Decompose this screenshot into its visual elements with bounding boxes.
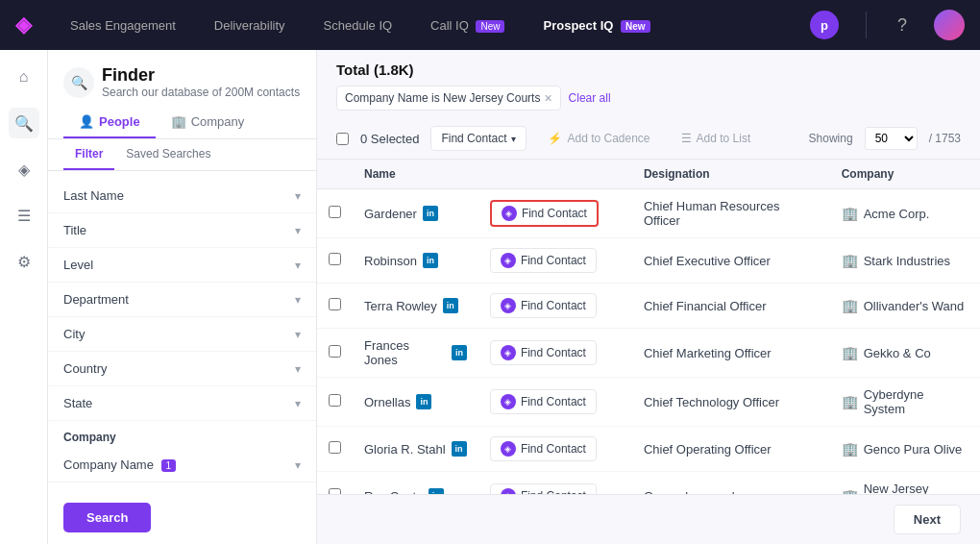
row-checkbox-3[interactable] — [329, 345, 341, 358]
clear-all-btn[interactable]: Clear all — [569, 91, 611, 105]
find-contact-btn[interactable]: ◈ Find Contact — [490, 293, 597, 318]
row-name-cell: Frances Jones in — [353, 329, 478, 378]
filter-company-name[interactable]: Company Name 1 ▾ — [48, 448, 316, 482]
chevron-down-icon: ▾ — [295, 224, 301, 237]
find-contact-btn[interactable]: ◈ Find Contact — [490, 200, 599, 227]
chevron-down-icon: ▾ — [295, 328, 301, 341]
find-contact-btn[interactable]: ◈ Find Contact — [490, 483, 597, 494]
tab-people[interactable]: 👤 People — [63, 107, 156, 138]
people-company-tabs: 👤 People 🏢 Company — [48, 107, 316, 139]
find-contact-toolbar-btn[interactable]: Find Contact ▾ — [430, 126, 527, 151]
find-contact-btn[interactable]: ◈ Find Contact — [490, 248, 597, 273]
nav-sales-engagement[interactable]: Sales Engagement — [62, 14, 184, 37]
search-nav-icon[interactable]: 🔍 — [9, 108, 39, 138]
contact-name: Gardener — [364, 207, 417, 221]
total-pages: / 1753 — [929, 132, 961, 145]
user-avatar[interactable]: p — [810, 11, 839, 39]
nav-schedule-iq[interactable]: Schedule IQ — [316, 14, 401, 37]
settings-nav-icon[interactable]: ⚙ — [9, 246, 39, 277]
chip-remove-icon[interactable]: × — [544, 90, 551, 106]
nav-deliverability[interactable]: Deliverability — [207, 14, 293, 37]
select-all-checkbox[interactable] — [336, 133, 349, 145]
row-find-contact-cell: ◈ Find Contact — [478, 189, 632, 238]
search-button[interactable]: Search — [63, 503, 151, 532]
linkedin-icon[interactable]: in — [452, 345, 467, 360]
per-page-select[interactable]: 50 100 — [865, 127, 918, 150]
row-checkbox-2[interactable] — [329, 298, 341, 310]
company-icon: 🏢 — [842, 298, 858, 313]
row-checkbox-5[interactable] — [329, 441, 341, 454]
showing-label: Showing — [809, 132, 853, 145]
tab-company[interactable]: 🏢 Company — [156, 107, 260, 138]
row-find-contact-cell: ◈ Find Contact — [478, 378, 632, 427]
filter-tab-saved[interactable]: Saved Searches — [114, 139, 222, 170]
row-designation: Chief Executive Officer — [632, 238, 830, 284]
linkedin-icon[interactable]: in — [423, 206, 438, 221]
company-name: Acme Corp. — [864, 207, 930, 221]
row-company: 🏢 New Jersey Courts — [830, 472, 980, 495]
call-iq-badge: New — [476, 20, 504, 33]
row-company: 🏢 Ollivander's Wand — [830, 284, 980, 329]
row-company: 🏢 Gekko & Co — [830, 329, 980, 378]
find-contact-icon: ◈ — [501, 441, 516, 457]
row-designation: General counsel — [632, 472, 830, 495]
filter-tab-filter[interactable]: Filter — [63, 139, 114, 170]
company-name: Ollivander's Wand — [864, 299, 965, 313]
finder-title: Finder — [102, 65, 300, 86]
prospect-nav-icon[interactable]: ◈ — [9, 154, 39, 185]
find-contact-icon: ◈ — [502, 206, 517, 221]
filter-title[interactable]: Title ▾ — [48, 213, 316, 248]
row-find-contact-cell: ◈ Find Contact — [478, 427, 632, 472]
linkedin-icon[interactable]: in — [416, 394, 431, 409]
contacts-table-wrapper: Name Designation Company Gardener in ◈ F — [317, 160, 980, 494]
row-checkbox-0[interactable] — [329, 206, 341, 218]
filter-city[interactable]: City ▾ — [48, 317, 316, 352]
row-name-cell: Terra Rowley in — [353, 284, 478, 329]
company-name-badge: 1 — [161, 459, 177, 472]
filter-panel: 🔍 Finder Search our database of 200M con… — [48, 50, 317, 544]
row-checkbox-4[interactable] — [329, 394, 341, 407]
filter-items: Last Name ▾ Title ▾ Level ▾ Department ▾… — [48, 171, 316, 491]
add-to-list-btn[interactable]: ☰ Add to List — [672, 127, 761, 150]
company-icon: 🏢 — [842, 206, 858, 221]
home-nav-icon[interactable]: ⌂ — [9, 62, 39, 92]
row-company: 🏢 Genco Pura Olive — [830, 427, 980, 472]
filter-department[interactable]: Department ▾ — [48, 283, 316, 317]
content-header: Total (1.8K) Company Name is New Jersey … — [317, 50, 980, 118]
cadence-icon: ⚡ — [548, 132, 562, 145]
nav-prospect-iq[interactable]: Prospect IQ New — [535, 14, 657, 37]
row-designation: Chief Technology Officer — [632, 378, 830, 427]
add-to-cadence-btn[interactable]: ⚡ Add to Cadence — [538, 127, 659, 150]
company-section-label: Company — [48, 421, 316, 448]
nav-call-iq[interactable]: Call IQ New — [423, 14, 512, 37]
company-tab-label: Company — [191, 114, 245, 129]
list-nav-icon[interactable]: ☰ — [9, 200, 39, 231]
linkedin-icon[interactable]: in — [423, 253, 438, 268]
filter-last-name[interactable]: Last Name ▾ — [48, 179, 316, 213]
col-company: Company — [830, 160, 980, 189]
filter-state[interactable]: State ▾ — [48, 386, 316, 421]
main-content: Total (1.8K) Company Name is New Jersey … — [317, 50, 980, 544]
filter-country[interactable]: Country ▾ — [48, 352, 316, 386]
linkedin-icon[interactable]: in — [452, 441, 467, 457]
row-checkbox-1[interactable] — [329, 253, 341, 265]
next-button[interactable]: Next — [894, 505, 961, 534]
total-count: Total (1.8K) — [336, 62, 961, 78]
col-name: Name — [353, 160, 478, 189]
find-contact-btn[interactable]: ◈ Find Contact — [490, 436, 597, 461]
finder-search-icon: 🔍 — [63, 67, 94, 98]
filter-level[interactable]: Level ▾ — [48, 248, 316, 283]
find-contact-btn[interactable]: ◈ Find Contact — [490, 389, 597, 414]
table-toolbar: 0 Selected Find Contact ▾ ⚡ Add to Caden… — [317, 118, 980, 160]
row-company: 🏢 Acme Corp. — [830, 189, 980, 238]
row-checkbox-cell — [317, 427, 353, 472]
help-icon[interactable]: ? — [894, 12, 911, 39]
contact-name: Frances Jones — [364, 338, 446, 367]
find-contact-icon: ◈ — [501, 394, 516, 409]
find-contact-btn[interactable]: ◈ Find Contact — [490, 340, 597, 365]
row-checkbox-cell — [317, 284, 353, 329]
linkedin-icon[interactable]: in — [443, 298, 458, 313]
chevron-down-icon: ▾ — [295, 293, 301, 307]
company-icon: 🏢 — [842, 345, 858, 360]
user-profile-avatar[interactable] — [934, 10, 965, 40]
